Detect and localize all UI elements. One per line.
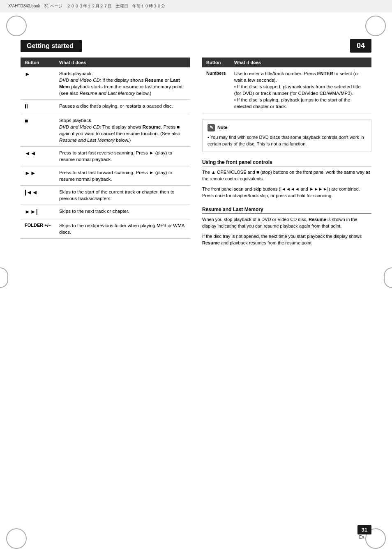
controls-table-left: Button What it does ► Starts playback. D… [21,58,190,239]
page-number-box: 31 [357,525,371,534]
right-column: Button What it does Numbers Use to enter… [202,58,371,522]
controls-table-right: Button What it does Numbers Use to enter… [202,58,371,113]
front-panel-heading: Using the front panel controls [202,159,371,166]
button-skipback-desc: Skips to the start of the current track … [55,185,190,205]
top-bar-text: XV-HTD340.book 31 ページ ２００３年１２月２７日 土曜日 午前… [8,3,165,9]
section-title: Getting started [21,40,82,52]
table-row: ■ Stops playback. DVD and Video CD: The … [21,114,190,146]
table-row: ► Starts playback. DVD and Video CD: If … [21,67,190,100]
page-header: Getting started 04 [21,39,371,53]
col-header-whatitdoes-right: What it does [230,58,371,67]
button-play-desc: Starts playback. DVD and Video CD: If th… [55,67,190,100]
front-panel-para1: The ▲ OPEN/CLOSE and ■ (stop) buttons on… [202,169,371,182]
main-content: Button What it does ► Starts playback. D… [21,58,371,522]
col-header-button-right: Button [202,58,230,67]
left-column: Button What it does ► Starts playback. D… [21,58,190,522]
resume-memory-heading: Resume and Last Memory [202,207,371,214]
button-rewind-desc: Press to start fast reverse scanning. Pr… [55,147,190,166]
ornament-top-right [365,16,386,36]
button-pause-symbol: II [21,100,55,114]
table-row: ►► Press to start fast forward scanning.… [21,166,190,185]
button-numbers-label: Numbers [202,67,230,113]
col-header-whatitdoes-left: What it does [55,58,190,67]
button-skipback-symbol: |◄◄ [21,185,55,205]
section-number: 04 [350,39,371,53]
top-bar: XV-HTD340.book 31 ページ ２００３年１２月２７日 土曜日 午前… [0,0,392,12]
table-header-row: Button What it does [21,58,190,67]
left-side-decoration [0,267,8,288]
note-box: ✎ Note • You may find with some DVD disc… [202,120,371,152]
button-pause-desc: Pauses a disc that's playing, or restart… [55,100,190,114]
table-row: FOLDER +/– Skips to the next/previous fo… [21,219,190,238]
button-folder-symbol: FOLDER +/– [21,219,55,238]
note-text: • You may find with some DVD discs that … [208,134,366,147]
front-panel-para2: The front panel scan and skip buttons (|… [202,186,371,199]
table-header-row-right: Button What it does [202,58,371,67]
button-folder-desc: Skips to the next/previous folder when p… [55,219,190,238]
button-rewind-symbol: ◄◄ [21,147,55,166]
right-side-decoration [384,267,392,288]
button-stop-symbol: ■ [21,114,55,146]
note-label: Note [217,124,227,131]
button-numbers-desc: Use to enter a title/track number. Press… [230,67,371,113]
button-fastfwd-desc: Press to start fast forward scanning. Pr… [55,166,190,185]
resume-memory-para1: When you stop playback of a DVD or Video… [202,216,371,230]
note-header: ✎ Note [208,124,366,131]
ornament-bottom-left [6,528,27,549]
button-stop-desc: Stops playback. DVD and Video CD: The di… [55,114,190,146]
page-locale: En [359,535,364,539]
button-play-symbol: ► [21,67,55,100]
button-fastfwd-symbol: ►► [21,166,55,185]
resume-memory-para2: If the disc tray is not opened, the next… [202,233,371,246]
button-skipfwd-desc: Skips to the next track or chapter. [55,205,190,219]
page-number: 31 [362,527,367,533]
table-row: Numbers Use to enter a title/track numbe… [202,67,371,113]
table-row: II Pauses a disc that's playing, or rest… [21,100,190,114]
table-row: ►►| Skips to the next track or chapter. [21,205,190,219]
col-header-button-left: Button [21,58,55,67]
note-icon: ✎ [208,124,215,131]
table-row: |◄◄ Skips to the start of the current tr… [21,185,190,205]
ornament-top-left [6,16,27,36]
table-row: ◄◄ Press to start fast reverse scanning.… [21,147,190,166]
button-skipfwd-symbol: ►►| [21,205,55,219]
